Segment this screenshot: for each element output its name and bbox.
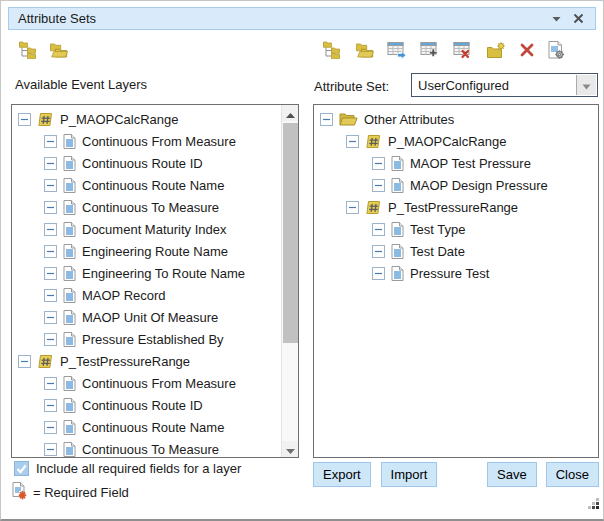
collapse-toggle[interactable] bbox=[44, 135, 57, 148]
save-close-group: SaveClose bbox=[487, 462, 599, 487]
collapse-toggle[interactable] bbox=[372, 267, 385, 280]
tree-item[interactable]: Engineering To Route Name bbox=[12, 262, 281, 284]
tree-item[interactable]: Continuous Route Name bbox=[12, 174, 281, 196]
vertical-scrollbar[interactable] bbox=[281, 105, 298, 457]
folder-open-icon bbox=[339, 112, 358, 126]
collapse-toggle[interactable] bbox=[346, 135, 359, 148]
collapse-toggle[interactable] bbox=[44, 289, 57, 302]
scroll-down-button[interactable] bbox=[282, 441, 298, 457]
field-icon bbox=[391, 178, 404, 193]
collapse-dialog-button[interactable] bbox=[548, 11, 564, 27]
tree-item[interactable]: Continuous From Measure bbox=[12, 130, 281, 152]
attribute-set-value: UserConfigured bbox=[418, 78, 509, 93]
import-button[interactable]: Import bbox=[381, 462, 438, 487]
save-button[interactable]: Save bbox=[487, 462, 537, 487]
chevron-down-icon bbox=[582, 76, 591, 94]
expand-attribute-set-button[interactable] bbox=[323, 40, 342, 60]
tree-item[interactable]: Continuous To Measure bbox=[12, 196, 281, 218]
include-required-fields-checkbox[interactable] bbox=[14, 461, 29, 476]
tree-item-label: P_MAOPCalcRange bbox=[60, 112, 179, 127]
remove-item-button[interactable] bbox=[519, 40, 535, 60]
collapse-toggle[interactable] bbox=[346, 201, 359, 214]
tree-item[interactable]: Continuous From Measure bbox=[12, 372, 281, 394]
add-attribute-set-button[interactable] bbox=[420, 40, 440, 60]
tree-item[interactable]: Continuous To Measure bbox=[12, 438, 281, 457]
tree-item[interactable]: P_TestPressureRange bbox=[12, 350, 281, 372]
collapse-toggle[interactable] bbox=[18, 113, 31, 126]
tree-item-label: P_TestPressureRange bbox=[60, 354, 190, 369]
collapse-toggle[interactable] bbox=[44, 399, 57, 412]
collapse-toggle[interactable] bbox=[44, 377, 57, 390]
dropdown-button[interactable] bbox=[576, 75, 596, 95]
collapse-toggle[interactable] bbox=[44, 223, 57, 236]
tree-item-label: Pressure Established By bbox=[82, 332, 224, 347]
collapse-toggle[interactable] bbox=[44, 201, 57, 214]
scrollbar-thumb[interactable] bbox=[283, 123, 298, 343]
collapse-toggle[interactable] bbox=[320, 113, 333, 126]
tree-item[interactable]: Continuous Route Name bbox=[12, 416, 281, 438]
configure-fields-button[interactable] bbox=[548, 40, 565, 60]
field-icon bbox=[63, 376, 76, 391]
table-arrow-icon bbox=[387, 41, 407, 59]
field-icon bbox=[63, 420, 76, 435]
scroll-up-button[interactable] bbox=[282, 105, 298, 121]
scroll-down-icon bbox=[286, 440, 295, 458]
tree-item[interactable]: Document Maturity Index bbox=[12, 218, 281, 240]
tree-item[interactable]: Continuous Route ID bbox=[12, 152, 281, 174]
tree-item[interactable]: MAOP Test Pressure bbox=[314, 152, 598, 174]
tree-item[interactable]: MAOP Record bbox=[12, 284, 281, 306]
collapse-toggle[interactable] bbox=[18, 355, 31, 368]
generate-attribute-set-button[interactable] bbox=[387, 40, 407, 60]
collapse-toggle[interactable] bbox=[372, 245, 385, 258]
tree-item-label: Continuous Route Name bbox=[82, 420, 224, 435]
attribute-set-tree: Other AttributesP_MAOPCalcRangeMAOP Test… bbox=[314, 105, 598, 457]
left-toolbar bbox=[19, 39, 68, 61]
tree-item-label: Continuous Route ID bbox=[82, 156, 203, 171]
new-group-button[interactable] bbox=[486, 40, 506, 60]
collapse-attribute-set-button[interactable] bbox=[355, 40, 374, 60]
tree-item[interactable]: Pressure Test bbox=[314, 262, 598, 284]
collapse-toggle[interactable] bbox=[372, 223, 385, 236]
tree-item[interactable]: Engineering Route Name bbox=[12, 240, 281, 262]
tree-item[interactable]: MAOP Design Pressure bbox=[314, 174, 598, 196]
field-icon bbox=[63, 156, 76, 171]
close-dialog-button[interactable] bbox=[570, 11, 586, 27]
tree-item[interactable]: Test Type bbox=[314, 218, 598, 240]
attribute-set-dropdown[interactable]: UserConfigured bbox=[411, 73, 598, 97]
tree-item[interactable]: Pressure Established By bbox=[12, 328, 281, 350]
tree-item-label: Test Type bbox=[410, 222, 465, 237]
available-layers-panel: P_MAOPCalcRangeContinuous From MeasureCo… bbox=[11, 104, 299, 458]
document-gear-icon bbox=[548, 41, 565, 60]
tree-item[interactable]: Test Date bbox=[314, 240, 598, 262]
collapse-toggle[interactable] bbox=[372, 157, 385, 170]
export-button[interactable]: Export bbox=[313, 462, 371, 487]
collapse-toggle[interactable] bbox=[44, 421, 57, 434]
folder-tree-icon bbox=[323, 41, 342, 59]
tree-item[interactable]: P_MAOPCalcRange bbox=[12, 108, 281, 130]
tree-item[interactable]: P_MAOPCalcRange bbox=[314, 130, 598, 152]
collapse-toggle[interactable] bbox=[44, 179, 57, 192]
collapse-toggle[interactable] bbox=[44, 333, 57, 346]
tree-item[interactable]: Other Attributes bbox=[314, 108, 598, 130]
collapse-toggle[interactable] bbox=[44, 311, 57, 324]
tree-item[interactable]: P_TestPressureRange bbox=[314, 196, 598, 218]
collapse-event-layers-button[interactable] bbox=[49, 40, 68, 60]
tree-item-label: Engineering Route Name bbox=[82, 244, 228, 259]
resize-grip-icon[interactable] bbox=[587, 496, 600, 514]
tree-item[interactable]: Continuous Route ID bbox=[12, 394, 281, 416]
collapse-toggle[interactable] bbox=[44, 443, 57, 456]
event-layer-icon bbox=[37, 354, 54, 369]
delete-attribute-set-button[interactable] bbox=[453, 40, 473, 60]
tree-item-label: Test Date bbox=[410, 244, 465, 259]
collapse-toggle[interactable] bbox=[44, 245, 57, 258]
collapse-toggle[interactable] bbox=[372, 179, 385, 192]
tree-item-label: Continuous From Measure bbox=[82, 376, 236, 391]
expand-event-layers-button[interactable] bbox=[19, 40, 38, 60]
close-button[interactable]: Close bbox=[546, 462, 599, 487]
available-layers-tree: P_MAOPCalcRangeContinuous From MeasureCo… bbox=[12, 105, 281, 457]
titlebar[interactable]: Attribute Sets bbox=[8, 7, 596, 30]
field-icon bbox=[63, 244, 76, 259]
tree-item[interactable]: MAOP Unit Of Measure bbox=[12, 306, 281, 328]
collapse-toggle[interactable] bbox=[44, 157, 57, 170]
collapse-toggle[interactable] bbox=[44, 267, 57, 280]
